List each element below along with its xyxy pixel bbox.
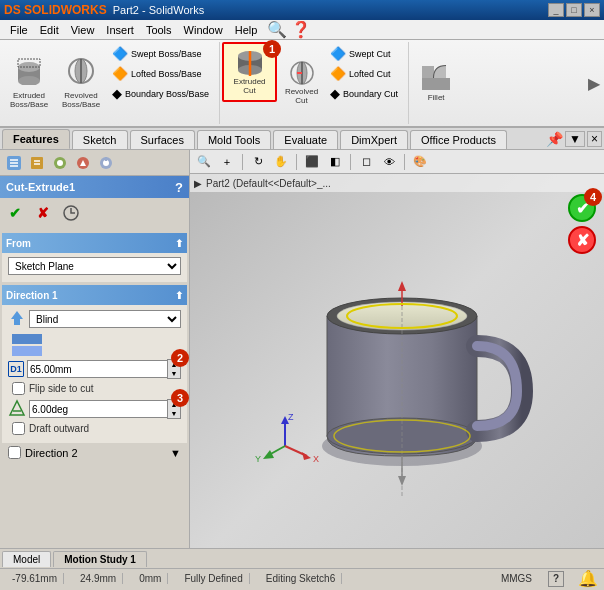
ok-button[interactable]: ✔: [4, 202, 26, 224]
display-icon[interactable]: [72, 152, 94, 174]
notification-icon[interactable]: 🔔: [578, 569, 598, 588]
action-overlay: ✔ 4 ✘: [568, 194, 596, 254]
tree-expand-icon[interactable]: ▶: [194, 178, 202, 189]
lofted-cut-label: Lofted Cut: [349, 69, 391, 79]
reset-button[interactable]: [60, 202, 82, 224]
view-orientation-button[interactable]: ⬛: [302, 153, 322, 171]
fully-defined-status: Fully Defined: [178, 573, 249, 584]
badge-4: 4: [584, 188, 602, 206]
menu-tools[interactable]: Tools: [140, 22, 178, 38]
direction1-section-content: Blind Through All D1: [2, 305, 187, 443]
menu-insert[interactable]: Insert: [100, 22, 140, 38]
menu-help[interactable]: Help: [229, 22, 264, 38]
swept-boss-base-button[interactable]: 🔷 Swept Boss/Base: [108, 44, 213, 63]
draft-spinner: ▲ ▼: [29, 399, 181, 419]
search-icon[interactable]: 🔍: [267, 20, 287, 39]
zoom-fit-button[interactable]: 🔍: [194, 153, 214, 171]
from-select[interactable]: Sketch Plane: [8, 257, 181, 275]
main-area: Cut-Extrude1 ? ✔ ✘ From ⬆: [0, 150, 604, 548]
svg-marker-32: [11, 311, 23, 325]
tab-evaluate[interactable]: Evaluate: [273, 130, 338, 149]
mug-3d-view: Z X Y: [220, 184, 594, 528]
menu-file[interactable]: File: [4, 22, 34, 38]
icon-toolbar: [0, 150, 189, 176]
lofted-cut-button[interactable]: 🔶 Lofted Cut: [326, 64, 402, 83]
appearance-button[interactable]: 🎨: [410, 153, 430, 171]
collapse-icon[interactable]: ▼: [565, 131, 585, 147]
badge-3: 3: [171, 389, 189, 407]
help-status-icon[interactable]: ?: [548, 571, 564, 587]
svg-text:Z: Z: [288, 412, 294, 422]
menu-view[interactable]: View: [65, 22, 101, 38]
revolved-boss-base-button[interactable]: RevolvedBoss/Base: [56, 42, 106, 124]
tab-sketch[interactable]: Sketch: [72, 130, 128, 149]
y-coord: 24.9mm: [74, 573, 123, 584]
tab-surfaces[interactable]: Surfaces: [130, 130, 195, 149]
close-panel-icon[interactable]: ×: [587, 131, 602, 147]
from-collapse-icon[interactable]: ⬆: [175, 238, 183, 249]
menu-bar: File Edit View Insert Tools Window Help …: [0, 20, 604, 40]
section-view-button[interactable]: ◻: [356, 153, 376, 171]
direction1-section-header[interactable]: Direction 1 ⬆: [2, 285, 187, 305]
prop-actions: ✔ ✘: [0, 198, 189, 228]
property-icon[interactable]: [26, 152, 48, 174]
boundary-boss-base-button[interactable]: ◆ Boundary Boss/Base: [108, 84, 213, 103]
draft-angle-row: ▲ ▼ 3: [8, 399, 181, 419]
direction2-expand-icon[interactable]: ▼: [170, 447, 181, 459]
maximize-button[interactable]: □: [566, 3, 582, 17]
zoom-in-button[interactable]: +: [217, 153, 237, 171]
draft-spinner-down[interactable]: ▼: [168, 409, 180, 418]
hide-show-button[interactable]: 👁: [379, 153, 399, 171]
flip-side-checkbox[interactable]: [12, 382, 25, 395]
swept-cut-button[interactable]: 🔷 Swept Cut: [326, 44, 402, 63]
menu-window[interactable]: Window: [178, 22, 229, 38]
pin-icon[interactable]: 📌: [546, 131, 563, 147]
dimension-input[interactable]: [27, 360, 167, 378]
ribbon-scroll-right[interactable]: ▶: [588, 42, 600, 124]
draft-icon: [8, 399, 26, 419]
tab-mold-tools[interactable]: Mold Tools: [197, 130, 271, 149]
direction2-checkbox[interactable]: [8, 446, 21, 459]
dimension-icon: D1: [8, 361, 24, 377]
help-icon[interactable]: ?: [175, 180, 183, 195]
tab-office-products[interactable]: Office Products: [410, 130, 507, 149]
revolved-cut-icon: [288, 60, 316, 88]
from-section-header[interactable]: From ⬆: [2, 233, 187, 253]
cancel-button[interactable]: ✘: [32, 202, 54, 224]
menu-edit[interactable]: Edit: [34, 22, 65, 38]
swept-cut-icon: 🔷: [330, 46, 346, 61]
view-pan-button[interactable]: ✋: [271, 153, 291, 171]
minimize-button[interactable]: _: [548, 3, 564, 17]
view-rotate-button[interactable]: ↻: [248, 153, 268, 171]
from-section-content: Sketch Plane: [2, 253, 187, 282]
close-button[interactable]: ×: [584, 3, 600, 17]
featuretree-icon[interactable]: [3, 152, 25, 174]
boundary-cut-button[interactable]: ◆ Boundary Cut: [326, 84, 402, 103]
units-label: MMGS: [501, 573, 532, 584]
display-style-button[interactable]: ◧: [325, 153, 345, 171]
bottom-tab-motion[interactable]: Motion Study 1: [53, 551, 147, 567]
dimension-row: D1 ▲ ▼ 2: [8, 359, 181, 379]
svg-text:Y: Y: [255, 454, 261, 464]
tab-dimxpert[interactable]: DimXpert: [340, 130, 408, 149]
blind-select[interactable]: Blind Through All: [29, 310, 181, 328]
extruded-boss-base-icon: [14, 57, 44, 91]
direction1-collapse-icon[interactable]: ⬆: [175, 290, 183, 301]
draft-input[interactable]: [29, 400, 167, 418]
window-controls[interactable]: _ □ ×: [548, 3, 600, 17]
reject-button[interactable]: ✘: [568, 226, 596, 254]
tab-features[interactable]: Features: [2, 129, 70, 149]
revolved-cut-button[interactable]: RevolvedCut: [279, 42, 324, 124]
fillet-button[interactable]: Fillet: [411, 42, 461, 124]
flip-side-label: Flip side to cut: [29, 383, 93, 394]
bottom-tab-model[interactable]: Model: [2, 551, 51, 567]
tool-icon[interactable]: [95, 152, 117, 174]
question-icon[interactable]: ❓: [291, 20, 311, 39]
spinner-down[interactable]: ▼: [168, 369, 180, 378]
swept-cut-label: Swept Cut: [349, 49, 391, 59]
draft-outward-checkbox[interactable]: [12, 422, 25, 435]
extruded-boss-base-button[interactable]: ExtrudedBoss/Base: [4, 42, 54, 124]
lofted-boss-base-label: Lofted Boss/Base: [131, 69, 202, 79]
config-icon[interactable]: [49, 152, 71, 174]
lofted-boss-base-button[interactable]: 🔶 Lofted Boss/Base: [108, 64, 213, 83]
